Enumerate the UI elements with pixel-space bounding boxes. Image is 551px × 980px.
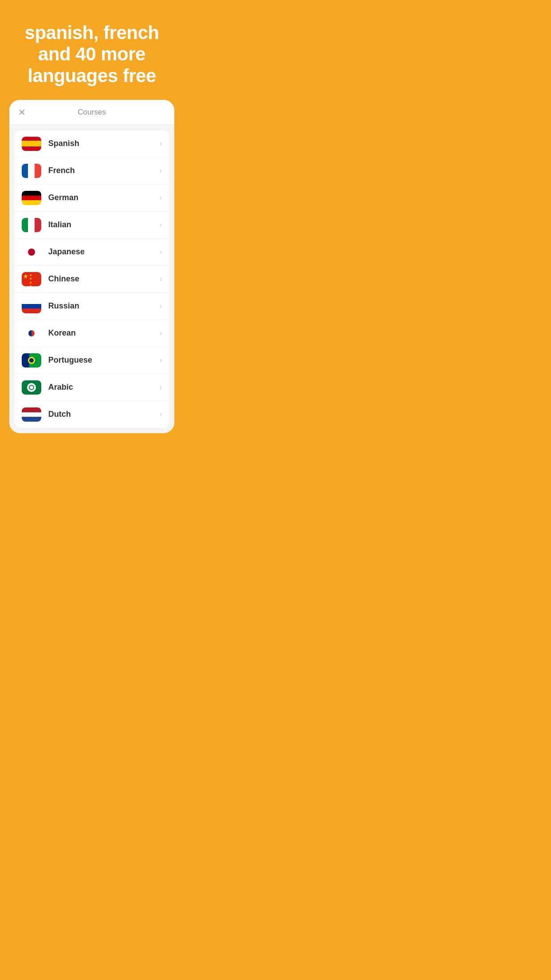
- flag-dutch: [22, 407, 41, 422]
- language-item-russian[interactable]: Russian ›: [15, 293, 169, 320]
- language-item-japanese[interactable]: Japanese ›: [15, 239, 169, 266]
- language-name-spanish: Spanish: [48, 139, 160, 148]
- flag-french: [22, 164, 41, 178]
- chevron-icon-chinese: ›: [159, 274, 162, 284]
- language-name-dutch: Dutch: [48, 410, 160, 419]
- language-name-korean: Korean: [48, 328, 160, 338]
- flag-chinese: ★ ★ ★ ★ ★: [22, 272, 41, 286]
- language-name-german: German: [48, 193, 160, 202]
- flag-russian: [22, 299, 41, 313]
- chevron-icon-italian: ›: [159, 220, 162, 229]
- language-name-russian: Russian: [48, 301, 160, 311]
- chevron-icon-japanese: ›: [159, 247, 162, 257]
- language-list: Spanish › French ›: [15, 130, 169, 428]
- language-item-portuguese[interactable]: Portuguese ›: [15, 347, 169, 374]
- language-item-german[interactable]: German ›: [15, 185, 169, 212]
- chevron-icon-german: ›: [159, 193, 162, 202]
- language-name-portuguese: Portuguese: [48, 356, 160, 365]
- courses-modal: ✕ Courses Spanish ›: [9, 100, 175, 433]
- chevron-icon-french: ›: [159, 166, 162, 175]
- flag-korean: [22, 326, 41, 340]
- chevron-icon-portuguese: ›: [159, 356, 162, 365]
- flag-german: [22, 191, 41, 205]
- language-name-italian: Italian: [48, 220, 160, 229]
- language-item-chinese[interactable]: ★ ★ ★ ★ ★ Chinese ›: [15, 266, 169, 293]
- header-section: spanish, french and 40 more languages fr…: [0, 0, 184, 100]
- language-name-japanese: Japanese: [48, 247, 160, 257]
- chevron-icon-korean: ›: [159, 328, 162, 338]
- language-item-korean[interactable]: Korean ›: [15, 320, 169, 347]
- language-item-dutch[interactable]: Dutch ›: [15, 401, 169, 428]
- header-title: spanish, french and 40 more languages fr…: [18, 22, 166, 87]
- flag-spanish: [22, 137, 41, 151]
- language-name-chinese: Chinese: [48, 274, 160, 284]
- language-item-arabic[interactable]: Arabic ›: [15, 374, 169, 401]
- flag-italian: [22, 218, 41, 232]
- chevron-icon-arabic: ›: [159, 383, 162, 392]
- close-button[interactable]: ✕: [18, 108, 26, 117]
- chevron-icon-russian: ›: [159, 301, 162, 311]
- flag-portuguese: [22, 353, 41, 368]
- flag-japanese: [22, 245, 41, 259]
- chevron-icon-dutch: ›: [159, 410, 162, 419]
- modal-title: Courses: [78, 108, 106, 117]
- language-item-spanish[interactable]: Spanish ›: [15, 130, 169, 158]
- language-item-italian[interactable]: Italian ›: [15, 212, 169, 239]
- modal-header: ✕ Courses: [9, 100, 175, 125]
- language-name-arabic: Arabic: [48, 383, 160, 392]
- flag-arabic: [22, 380, 41, 395]
- language-name-french: French: [48, 166, 160, 175]
- chevron-icon-spanish: ›: [159, 139, 162, 148]
- language-item-french[interactable]: French ›: [15, 158, 169, 185]
